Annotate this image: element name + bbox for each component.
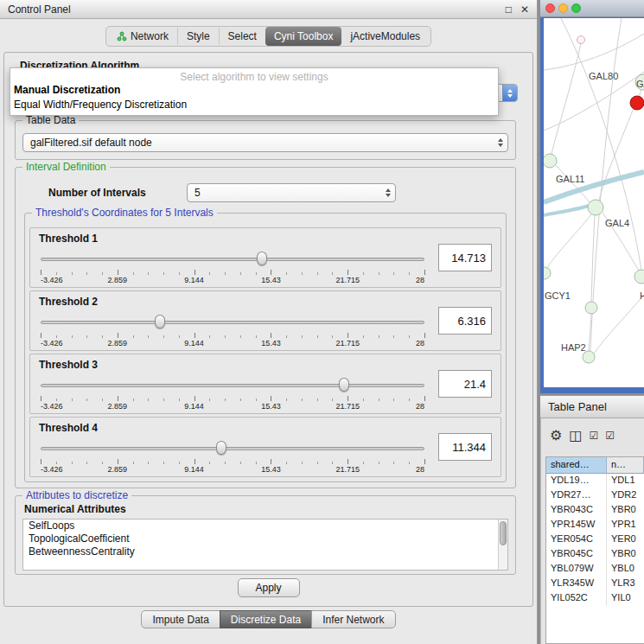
- columns-icon[interactable]: ◫: [569, 429, 582, 443]
- tab-infer-network[interactable]: Infer Network: [311, 610, 395, 628]
- table-row[interactable]: YBL079W YBL0: [546, 562, 644, 577]
- tab-jactivemodules[interactable]: jActiveModules: [341, 28, 429, 45]
- table-cell[interactable]: YPR145W: [546, 518, 607, 532]
- tab-cyni-toolbox[interactable]: Cyni Toolbox: [265, 27, 341, 46]
- minimize-traffic-light-icon[interactable]: [558, 3, 568, 13]
- slider-scale-label: 28: [416, 276, 424, 284]
- float-window-icon[interactable]: □: [506, 3, 512, 16]
- table-cell[interactable]: YLR3: [607, 577, 644, 591]
- slider-thumb[interactable]: [339, 378, 349, 392]
- algorithm-option-equal-width-frequency[interactable]: Equal Width/Frequency Discretization: [10, 98, 498, 112]
- tab-discretize-data[interactable]: Discretize Data: [220, 610, 312, 628]
- scrollbar-thumb[interactable]: [500, 521, 507, 545]
- algorithm-select-stepper-icon[interactable]: [502, 85, 517, 101]
- table-cell[interactable]: YDR2: [607, 488, 644, 503]
- slider-tick: [393, 272, 394, 275]
- table-cell[interactable]: YBR0: [607, 503, 644, 518]
- table-row[interactable]: YER054C YER0: [546, 532, 644, 547]
- network-node[interactable]: [634, 270, 644, 284]
- slider-thumb[interactable]: [155, 315, 165, 328]
- slider-tick: [86, 335, 87, 338]
- network-canvas[interactable]: GAL80 GA GAL11 GAL4 GCY1 HAP2 H: [544, 18, 644, 387]
- network-node[interactable]: [585, 302, 597, 314]
- column-header-shared-name[interactable]: shared…: [546, 457, 607, 474]
- column-header-name[interactable]: n…: [607, 457, 644, 474]
- attribute-list-scrollbar[interactable]: [498, 520, 507, 570]
- apply-button[interactable]: Apply: [238, 578, 300, 597]
- slider-tick: [379, 272, 379, 275]
- tab-select[interactable]: Select: [219, 28, 265, 45]
- network-node[interactable]: [588, 200, 603, 215]
- tab-impute-data[interactable]: Impute Data: [141, 610, 220, 628]
- table-row[interactable]: YIL052C YIL0: [546, 591, 644, 606]
- slider-scale-label: 15.43: [261, 465, 281, 474]
- slider-tick: [163, 399, 164, 401]
- attribute-list-item[interactable]: SelfLoops: [23, 520, 498, 532]
- number-of-intervals-stepper-icon[interactable]: [386, 184, 391, 201]
- slider-track[interactable]: [41, 258, 424, 261]
- checkbox-checked-icon-2[interactable]: ☑: [605, 430, 615, 441]
- table-row[interactable]: YDL19… YDL1: [546, 474, 644, 488]
- slider-tick: [317, 335, 318, 338]
- threshold-value-input[interactable]: [438, 370, 492, 398]
- network-node[interactable]: [577, 36, 585, 44]
- network-node[interactable]: [583, 351, 595, 363]
- table-cell[interactable]: YBL079W: [546, 562, 607, 577]
- threshold-slider[interactable]: [41, 377, 424, 394]
- threshold-value-input[interactable]: [438, 433, 492, 461]
- threshold-value-input[interactable]: [438, 307, 492, 335]
- table-cell[interactable]: YDL1: [607, 474, 644, 488]
- table-cell[interactable]: YIL052C: [546, 591, 607, 606]
- threshold-value-input[interactable]: [438, 244, 492, 271]
- slider-thumb[interactable]: [257, 252, 267, 265]
- threshold-slider[interactable]: [41, 440, 424, 457]
- number-of-intervals-select[interactable]: 5: [187, 183, 396, 202]
- checkbox-checked-icon[interactable]: ☑: [589, 430, 598, 441]
- table-cell[interactable]: YBR0: [607, 547, 644, 562]
- slider-tick: [225, 272, 226, 275]
- table-row[interactable]: YBR045C YBR0: [546, 547, 644, 562]
- table-cell[interactable]: YBR043C: [546, 503, 607, 518]
- threshold-slider[interactable]: [41, 314, 424, 331]
- table-cell[interactable]: YBL0: [607, 562, 644, 577]
- slider-scale-label: 2.859: [108, 339, 128, 348]
- table-cell[interactable]: YPR1: [607, 518, 644, 532]
- close-window-icon[interactable]: ✕: [520, 3, 529, 16]
- close-traffic-light-icon[interactable]: [545, 3, 555, 13]
- table-data-select[interactable]: galFiltered.sif default node: [22, 133, 508, 152]
- attribute-list-item[interactable]: BetweennessCentrality: [23, 545, 498, 558]
- tab-style[interactable]: Style: [177, 28, 219, 45]
- attribute-list-item[interactable]: TopologicalCoefficient: [23, 532, 498, 545]
- gear-icon[interactable]: ⚙: [550, 429, 562, 443]
- slider-tick: [332, 335, 333, 338]
- node-label-partial-right: GA: [636, 79, 644, 89]
- slider-thumb[interactable]: [216, 441, 226, 455]
- threshold-slider[interactable]: [41, 251, 424, 268]
- table-cell[interactable]: YIL0: [607, 591, 644, 606]
- table-row[interactable]: YLR345W YLR3: [546, 577, 644, 591]
- table-cell[interactable]: YER054C: [546, 532, 607, 547]
- network-node[interactable]: [544, 154, 557, 168]
- slider-track[interactable]: [41, 384, 424, 387]
- slider-scale-label: 28: [416, 339, 424, 348]
- table-row[interactable]: YPR145W YPR1: [546, 518, 644, 532]
- slider-track[interactable]: [41, 447, 424, 450]
- threshold-label: Threshold 3: [39, 359, 98, 371]
- network-node-selected-red[interactable]: [630, 96, 644, 110]
- table-cell[interactable]: YDR27…: [546, 488, 607, 503]
- tab-network[interactable]: Network: [108, 28, 177, 45]
- slider-tick: [409, 399, 410, 401]
- table-row[interactable]: YDR27… YDR2: [546, 488, 644, 503]
- table-cell[interactable]: YER0: [607, 532, 644, 547]
- zoom-traffic-light-icon[interactable]: [571, 3, 581, 13]
- table-cell[interactable]: YDL19…: [546, 474, 607, 488]
- slider-tick: [332, 399, 333, 401]
- network-node[interactable]: [544, 267, 551, 279]
- slider-track[interactable]: [41, 321, 424, 324]
- slider-scale-label: 9.144: [184, 276, 204, 284]
- table-cell[interactable]: YLR345W: [546, 577, 607, 591]
- table-row[interactable]: YBR043C YBR0: [546, 503, 644, 518]
- table-data-stepper-icon[interactable]: [498, 134, 503, 151]
- algorithm-option-manual-discretization[interactable]: Manual Discretization: [10, 83, 498, 98]
- table-cell[interactable]: YBR045C: [546, 547, 607, 562]
